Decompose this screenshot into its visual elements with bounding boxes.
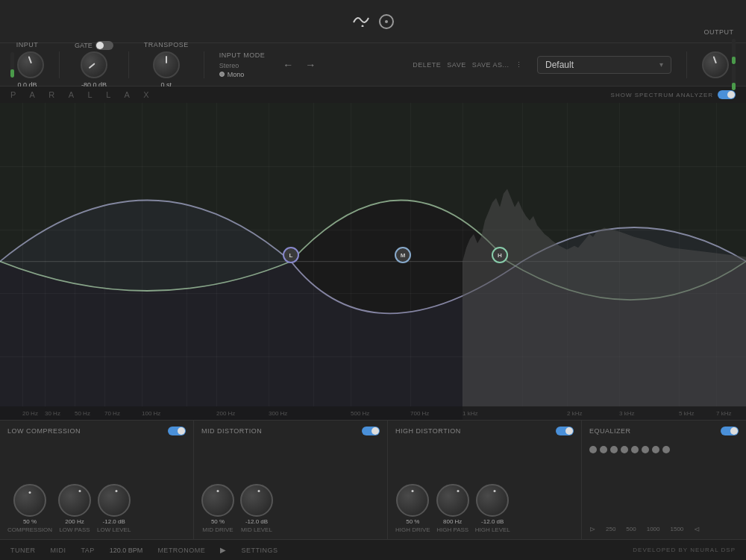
tap-button[interactable]: TAP	[81, 547, 95, 554]
gate-knob-indicator	[89, 63, 95, 69]
developer-credit: DEVELOPED BY NEURAL DSP	[633, 547, 736, 553]
grid-v-9	[313, 103, 314, 406]
high-level-label: HIGH LEVEL	[475, 526, 510, 533]
eq-dot-6[interactable]	[642, 446, 649, 453]
mid-band-controls: 50 % MID DRIVE -12.0 dB MID LEVEL	[201, 441, 380, 533]
stereo-label: Stereo	[219, 62, 239, 69]
eq-dot-3[interactable]	[610, 446, 618, 453]
grid-v-8	[269, 103, 269, 406]
eq-dot-1[interactable]	[589, 446, 597, 453]
play-button[interactable]: ▶	[220, 546, 226, 554]
grid-v-15	[619, 103, 620, 406]
band-node-mid[interactable]: M	[395, 247, 411, 263]
prev-preset-button[interactable]: ←	[280, 57, 296, 72]
more-button[interactable]: ⋮	[515, 61, 523, 69]
band-node-low[interactable]: L	[283, 247, 299, 263]
brand-name: P A R A L L A X	[10, 90, 155, 99]
output-knob[interactable]	[702, 51, 729, 78]
midi-button[interactable]: MIDI	[51, 547, 66, 554]
spectrum-toggle[interactable]	[718, 90, 736, 99]
eq-freq-1000: 1000	[647, 526, 660, 532]
save-button[interactable]: SAVE	[447, 61, 466, 69]
preset-dropdown[interactable]: Default ▾	[537, 56, 671, 74]
eq-freq-1500: 1500	[671, 526, 684, 532]
low-pass-knob[interactable]	[58, 484, 91, 517]
preset-dropdown-arrow: ▾	[659, 60, 663, 69]
high-drive-knob[interactable]	[396, 484, 429, 517]
eq-dot-2[interactable]	[600, 446, 607, 453]
low-level-value: -12.0 dB	[103, 518, 125, 525]
eq-dot-5[interactable]	[631, 446, 639, 453]
mid-band-header: MID DISTORTION	[201, 427, 380, 435]
high-pass-knob-col: 800 Hz HIGH PASS	[436, 484, 469, 533]
high-level-knob[interactable]	[476, 484, 509, 517]
next-preset-button[interactable]: →	[302, 57, 319, 72]
grid-v-10	[351, 103, 351, 406]
high-distortion-panel: HIGH DISTORTION 50 % HIGH DRIVE	[388, 421, 582, 539]
low-level-knob[interactable]	[98, 484, 131, 517]
eq-right-arrow[interactable]: ⊲	[694, 525, 700, 533]
high-level-value: -12.0 dB	[481, 518, 504, 525]
grid-v-5	[142, 103, 142, 406]
mono-label: Mono	[228, 71, 245, 78]
eq-freq-250: 250	[606, 526, 615, 532]
logo-inner-dot	[385, 20, 388, 23]
low-compression-knob[interactable]	[13, 484, 46, 517]
freq-label-200hz: 200 Hz	[216, 410, 235, 417]
high-pass-indicator	[457, 490, 459, 492]
low-compression-value: 50 %	[23, 518, 37, 525]
high-pass-label: HIGH PASS	[436, 526, 468, 533]
mid-level-value: -12.0 dB	[245, 518, 268, 525]
delete-button[interactable]: DELETE	[413, 61, 441, 69]
eq-freq-labels: ⊳ 250 500 1000 1500 ⊲	[589, 525, 739, 533]
eq-left-arrow[interactable]: ⊳	[589, 525, 595, 533]
eq-dot-7[interactable]	[652, 446, 659, 453]
mono-radio[interactable]	[219, 72, 225, 77]
low-level-knob-col: -12.0 dB LOW LEVEL	[97, 484, 131, 533]
mid-level-knob[interactable]	[240, 484, 273, 517]
input-level-meter	[10, 52, 14, 78]
gate-knob[interactable]	[81, 51, 107, 78]
freq-label-100hz: 100 Hz	[142, 410, 160, 417]
input-knob[interactable]	[17, 51, 44, 78]
gate-toggle[interactable]	[95, 41, 113, 50]
settings-button[interactable]: SETTINGS	[241, 547, 278, 554]
grid-h-4	[0, 356, 746, 357]
eq-toggle[interactable]	[721, 427, 739, 435]
eq-header: EQUALIZER	[589, 427, 739, 435]
band-node-high[interactable]: H	[492, 247, 508, 263]
eq-freq-500: 500	[626, 526, 636, 532]
metronome-button[interactable]: METRONOME	[157, 547, 205, 554]
grid-h-3	[0, 293, 746, 294]
transpose-knob[interactable]	[153, 51, 180, 78]
eq-dot-4[interactable]	[621, 446, 628, 453]
mid-drive-knob[interactable]	[201, 484, 234, 517]
input-mode-group: INPUT MODE Stereo Mono	[219, 51, 265, 78]
eq-dot-8[interactable]	[662, 446, 670, 453]
freq-label-3khz: 3 kHz	[619, 410, 634, 417]
low-pass-label: LOW PASS	[59, 526, 90, 533]
mono-option[interactable]: Mono	[219, 71, 265, 78]
low-band-header: LOW COMPRESSION	[7, 427, 186, 435]
save-as-button[interactable]: SAVE AS...	[472, 61, 510, 69]
sep1	[59, 51, 60, 78]
bands-row: LOW COMPRESSION 50 % COMPRESSION	[0, 421, 746, 539]
high-drive-knob-col: 50 % HIGH DRIVE	[395, 484, 430, 533]
high-band-toggle[interactable]	[556, 427, 574, 435]
high-pass-knob[interactable]	[436, 484, 469, 517]
spectrum-area: L M H 20 Hz 30 Hz 50 Hz 70 Hz 100 Hz 200…	[0, 103, 746, 420]
low-band-toggle[interactable]	[168, 427, 186, 435]
band-node-high-label: H	[498, 252, 502, 259]
mid-band-toggle[interactable]	[362, 427, 380, 435]
mid-level-knob-col: -12.0 dB MID LEVEL	[240, 484, 273, 533]
mid-drive-value: 50 %	[211, 518, 225, 525]
high-level-indicator	[494, 490, 496, 492]
transpose-knob-indicator	[166, 56, 167, 63]
freq-label-5khz: 5 kHz	[679, 410, 694, 417]
freq-label-500hz: 500 Hz	[351, 410, 369, 417]
tuner-button[interactable]: TUNER	[10, 547, 36, 554]
header-row: INPUT 0.0 dB GATE -8	[0, 43, 746, 86]
mid-drive-knob-col: 50 % MID DRIVE	[201, 484, 234, 533]
eq-toggle-thumb	[730, 427, 738, 435]
input-group: INPUT 0.0 dB	[10, 41, 44, 89]
